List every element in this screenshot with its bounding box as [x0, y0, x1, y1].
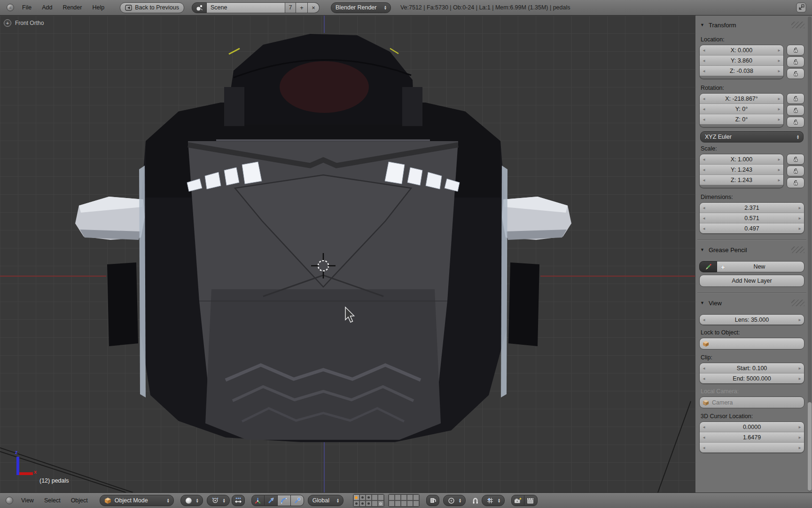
render-engine-select[interactable]: Blender Render ▴▾ — [331, 2, 391, 13]
layer-cell[interactable] — [359, 494, 366, 500]
layer-cell[interactable] — [401, 500, 407, 507]
sidebar-scrollbar-thumb[interactable] — [808, 402, 812, 491]
layer-cell[interactable] — [359, 500, 366, 507]
layers-widget-block1[interactable] — [353, 494, 384, 507]
rotation-mode-select[interactable]: XYZ Euler ▴▾ — [700, 131, 804, 143]
window-resize-icon[interactable] — [795, 2, 807, 13]
viewport-canvas[interactable]: + Front Ortho (12) pedals z x — [0, 16, 695, 492]
lock-icon[interactable] — [787, 117, 804, 127]
add-new-layer-button[interactable]: Add New Layer — [699, 275, 804, 287]
transform-orientation-select[interactable]: Global ▴▾ — [308, 495, 344, 506]
lock-icon[interactable] — [787, 166, 804, 176]
lens-field[interactable]: ◂Lens: 35.000▸ — [700, 315, 804, 325]
scale-y-field[interactable]: ◂Y: 1.243▸ — [700, 164, 783, 175]
toolshelf-expand-icon[interactable]: + — [4, 19, 11, 27]
cursor-location-label: 3D Cursor Location: — [701, 413, 804, 420]
clip-end-field[interactable]: ◂End: 5000.000▸ — [700, 373, 804, 383]
lock-to-scene-toggle[interactable] — [426, 495, 439, 506]
cursor-x-field[interactable]: ◂0.0000▸ — [700, 422, 804, 432]
viewport-shading-select[interactable]: ▴▾ — [180, 495, 203, 506]
dimension-x-field[interactable]: ◂2.371▸ — [700, 203, 804, 213]
rotation-y-field[interactable]: ◂Y: 0°▸ — [700, 103, 783, 114]
grease-pencil-draw-button[interactable] — [699, 261, 717, 272]
lock-icon[interactable] — [787, 45, 804, 56]
proportional-edit-select[interactable]: ▴▾ — [443, 495, 466, 506]
layer-cell[interactable] — [372, 500, 378, 507]
mech-model[interactable] — [75, 34, 571, 442]
snap-element-select[interactable]: ▴▾ — [482, 495, 505, 506]
dimension-z-field[interactable]: ◂0.497▸ — [700, 223, 804, 233]
local-camera-field[interactable]: Camera — [699, 397, 804, 408]
scene-users-count[interactable]: 7 — [285, 2, 296, 13]
layer-cell[interactable] — [366, 494, 372, 500]
location-z-field[interactable]: ◂Z: -0.038▸ — [700, 65, 783, 76]
layer-cell[interactable] — [378, 494, 384, 500]
layer-cell[interactable] — [395, 500, 401, 507]
translate-manipulator-button[interactable] — [265, 495, 278, 506]
snap-toggle[interactable] — [469, 495, 482, 506]
layer-cell[interactable] — [413, 494, 419, 500]
grease-pencil-new-button[interactable]: + New — [717, 261, 804, 272]
cursor-z-field[interactable]: ◂▸ — [700, 442, 804, 452]
scale-manipulator-button[interactable] — [291, 495, 304, 506]
lock-icon[interactable] — [787, 93, 804, 104]
editor-type-icon[interactable]: ≡ — [7, 4, 14, 11]
pivot-point-select[interactable]: ▴▾ — [207, 495, 230, 506]
object-cube-icon — [703, 341, 709, 347]
rotate-manipulator-button[interactable] — [278, 495, 291, 506]
unlink-scene-button[interactable]: × — [308, 2, 320, 13]
menu-render[interactable]: Render — [57, 4, 87, 11]
opengl-render-image-button[interactable] — [511, 495, 524, 506]
menu-view[interactable]: View — [16, 497, 39, 504]
layer-cell[interactable] — [353, 500, 359, 507]
lock-icon[interactable] — [787, 154, 804, 165]
scene-browse-button[interactable] — [192, 2, 207, 13]
layer-cell[interactable] — [407, 500, 413, 507]
location-x-field[interactable]: ◂X: 0.000▸ — [700, 45, 783, 55]
layer-cell[interactable] — [378, 500, 384, 507]
menu-add[interactable]: Add — [37, 4, 57, 11]
add-scene-button[interactable]: + — [296, 2, 308, 13]
layer-cell[interactable] — [389, 494, 395, 500]
lock-icon[interactable] — [787, 68, 804, 79]
lock-icon[interactable] — [787, 105, 804, 116]
layer-cell[interactable] — [401, 494, 407, 500]
lock-icon[interactable] — [787, 177, 804, 188]
scale-z-field[interactable]: ◂Z: 1.243▸ — [700, 175, 783, 185]
layer-cell[interactable] — [372, 494, 378, 500]
layer-cell[interactable] — [353, 494, 359, 500]
lock-to-object-field[interactable] — [699, 338, 804, 349]
layer-cell[interactable] — [413, 500, 419, 507]
dimension-y-field[interactable]: ◂0.571▸ — [700, 213, 804, 223]
layer-cell[interactable] — [366, 500, 372, 507]
clip-start-field[interactable]: ◂Start: 0.100▸ — [700, 363, 804, 373]
manipulate-center-points-toggle[interactable] — [232, 495, 245, 506]
panel-drag-handle[interactable] — [791, 300, 804, 306]
layer-cell[interactable] — [407, 494, 413, 500]
menu-file[interactable]: File — [17, 4, 37, 11]
panel-drag-handle[interactable] — [791, 246, 804, 253]
menu-select[interactable]: Select — [39, 497, 66, 504]
location-y-field[interactable]: ◂Y: 3.860▸ — [700, 55, 783, 65]
scale-x-field[interactable]: ◂X: 1.000▸ — [700, 154, 783, 164]
panel-header-grease-pencil[interactable]: ▼ Grease Pencil — [700, 246, 804, 254]
lock-icon[interactable] — [787, 56, 804, 67]
rotation-x-field[interactable]: ◂X: -218.867°▸ — [700, 94, 783, 103]
cursor-y-field[interactable]: ◂1.6479▸ — [700, 432, 804, 442]
opengl-render-animation-button[interactable] — [524, 495, 538, 506]
dropdown-arrows-icon: ▴▾ — [167, 498, 169, 503]
back-to-previous-button[interactable]: Back to Previous — [120, 2, 184, 13]
menu-object[interactable]: Object — [66, 497, 93, 504]
editor-type-icon[interactable] — [6, 497, 13, 504]
panel-drag-handle[interactable] — [791, 22, 804, 28]
panel-header-transform[interactable]: ▼ Transform — [700, 21, 804, 29]
mode-select[interactable]: Object Mode ▴▾ — [100, 495, 174, 506]
manipulator-toggle-button[interactable] — [251, 495, 265, 506]
layer-cell[interactable] — [389, 500, 395, 507]
scene-name-field[interactable]: Scene — [207, 2, 285, 13]
layer-cell[interactable] — [395, 494, 401, 500]
layers-widget-block2[interactable] — [388, 494, 420, 507]
panel-header-view[interactable]: ▼ View — [700, 299, 804, 307]
rotation-z-field[interactable]: ◂Z: 0°▸ — [700, 114, 783, 124]
menu-help[interactable]: Help — [87, 4, 109, 11]
